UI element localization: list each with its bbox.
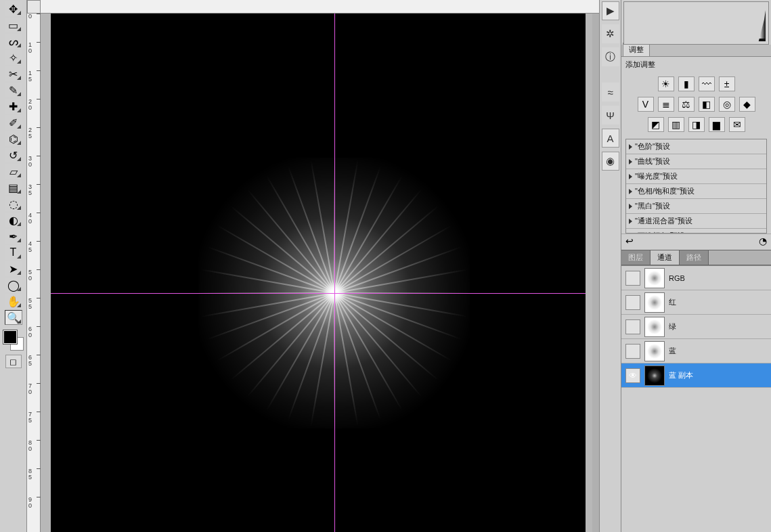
channel-row[interactable]: 红: [621, 290, 771, 315]
visibility-toggle[interactable]: [625, 344, 640, 359]
color-swatches[interactable]: [3, 330, 24, 351]
guide-horizontal[interactable]: [51, 293, 586, 294]
preset-item[interactable]: "色阶"预设: [626, 139, 766, 154]
lasso-tool[interactable]: ᔕ: [5, 34, 22, 49]
adjustments-title: 添加调整: [621, 57, 771, 72]
dodge-tool[interactable]: ◐: [5, 213, 22, 227]
tab-channels[interactable]: 通道: [651, 250, 680, 265]
ruler-mark: 35: [28, 184, 39, 196]
info-icon[interactable]: ⓘ: [602, 47, 619, 66]
ruler-mark: 45: [28, 241, 39, 253]
preset-item[interactable]: "黑白"预设: [626, 199, 766, 214]
ruler-mark: 75: [28, 412, 39, 424]
channel-name: 蓝 副本: [669, 370, 693, 380]
ruler-mark: 65: [28, 355, 39, 367]
swatches-icon[interactable]: ≈: [602, 83, 619, 102]
preset-item[interactable]: "曲线"预设: [626, 154, 766, 169]
magic-wand-tool[interactable]: ✧: [5, 50, 22, 65]
canvas[interactable]: [51, 14, 586, 532]
quick-mask-icon[interactable]: ◻: [5, 355, 22, 368]
gradient-tool[interactable]: ▤: [5, 180, 22, 195]
actions-icon[interactable]: ▶: [602, 1, 619, 20]
history-brush-tool[interactable]: ↺: [5, 148, 22, 162]
brush-tool[interactable]: ✐: [5, 115, 22, 130]
tab-adjustments[interactable]: 调整: [623, 43, 650, 56]
crop-tool[interactable]: ✂: [5, 66, 22, 81]
photo-filter-icon[interactable]: ◎: [719, 97, 735, 112]
ruler-mark: 40: [28, 213, 39, 225]
tab-layers[interactable]: 图层: [621, 250, 651, 265]
pen-tool[interactable]: ✒: [5, 229, 22, 244]
adjustments-icons: ☀▮〰±V≣⚖◧◎◆◩▥◨▆✉: [621, 72, 771, 136]
adjustments-footer: ↩ ◔: [621, 234, 771, 247]
expand-arrow-icon: [629, 234, 632, 234]
shape-tool[interactable]: ◯: [5, 278, 22, 292]
eyedropper-tool[interactable]: ✎: [5, 83, 22, 97]
curves-icon[interactable]: 〰: [699, 76, 715, 91]
visibility-toggle[interactable]: [625, 319, 640, 334]
preset-item[interactable]: "可选颜色"预设: [626, 229, 766, 234]
ruler-mark: 50: [28, 269, 39, 282]
expand-arrow-icon: [629, 144, 632, 150]
ruler-mark: 20: [28, 99, 39, 111]
clip-icon[interactable]: ◔: [759, 236, 767, 246]
eraser-tool[interactable]: ▱: [5, 164, 22, 179]
navigator-icon[interactable]: ✲: [602, 24, 619, 43]
healing-brush-tool[interactable]: ✚: [5, 99, 22, 114]
move-tool[interactable]: ✥: [5, 1, 22, 16]
marquee-tool[interactable]: ▭: [5, 18, 22, 32]
expand-arrow-icon: [629, 159, 632, 164]
zoom-tool[interactable]: 🔍: [5, 310, 22, 325]
channel-row[interactable]: 绿: [621, 315, 771, 339]
ruler-vertical[interactable]: 01015202530354045505560657075808590: [27, 14, 41, 532]
preset-label: "通道混合器"预设: [635, 216, 692, 226]
color-balance-icon[interactable]: ⚖: [678, 97, 695, 112]
foreground-color-swatch[interactable]: [3, 330, 17, 344]
posterize-icon[interactable]: ▥: [668, 117, 684, 132]
ruler-mark: 10: [28, 42, 39, 54]
preset-label: "曲线"预设: [635, 156, 670, 167]
clone-stamp-tool[interactable]: ⌬: [5, 131, 22, 146]
ruler-mark: 25: [28, 127, 39, 139]
ruler-corner: [27, 0, 41, 14]
levels-icon[interactable]: ▮: [678, 76, 695, 91]
hue-sat-icon[interactable]: ≣: [658, 97, 674, 112]
histogram-panel: [623, 1, 769, 45]
channel-name: 蓝: [669, 346, 676, 356]
blur-tool[interactable]: ◌: [5, 196, 22, 211]
preset-label: "曝光度"预设: [635, 171, 678, 181]
hand-tool[interactable]: ✋: [5, 294, 22, 309]
invert-icon[interactable]: ◩: [648, 117, 664, 132]
channels-list[interactable]: RGB红绿蓝👁蓝 副本: [621, 265, 771, 532]
preset-item[interactable]: "色相/饱和度"预设: [626, 184, 766, 199]
guide-vertical[interactable]: [334, 14, 335, 532]
threshold-icon[interactable]: ◨: [688, 117, 705, 132]
channel-row[interactable]: RGB: [621, 266, 771, 290]
path-selection-tool[interactable]: ➤: [5, 261, 22, 276]
preset-item[interactable]: "通道混合器"预设: [626, 214, 766, 229]
bw-icon[interactable]: ◧: [699, 97, 715, 112]
toolbox: ✥▭ᔕ✧✂✎✚✐⌬↺▱▤◌◐✒T➤◯✋🔍◻: [0, 0, 27, 532]
selective-color-icon[interactable]: ✉: [729, 117, 745, 132]
channel-row[interactable]: 蓝: [621, 339, 771, 363]
type-tool[interactable]: T: [5, 245, 22, 260]
visibility-toggle[interactable]: [625, 271, 640, 286]
tab-paths[interactable]: 路径: [680, 250, 709, 265]
channel-mixer-icon[interactable]: ◆: [739, 97, 755, 112]
adjustments-tab-row: 调整: [621, 45, 771, 57]
brightness-contrast-icon[interactable]: ☀: [658, 76, 674, 91]
visibility-toggle[interactable]: 👁: [625, 368, 640, 383]
visibility-toggle[interactable]: [625, 295, 640, 310]
character-icon[interactable]: A: [602, 129, 619, 148]
camera-icon[interactable]: ◉: [602, 152, 619, 171]
gradient-map-icon[interactable]: ▆: [709, 117, 725, 132]
ruler-horizontal[interactable]: [41, 0, 599, 14]
styles-icon[interactable]: Ψ: [602, 106, 619, 125]
channel-thumbnail: [644, 292, 665, 313]
exposure-icon[interactable]: ±: [719, 76, 735, 91]
adjustment-presets-list[interactable]: "色阶"预设"曲线"预设"曝光度"预设"色相/饱和度"预设"黑白"预设"通道混合…: [625, 139, 767, 234]
return-icon[interactable]: ↩: [625, 236, 634, 246]
vibrance-icon[interactable]: V: [638, 97, 654, 112]
preset-item[interactable]: "曝光度"预设: [626, 169, 766, 184]
channel-row[interactable]: 👁蓝 副本: [621, 363, 771, 388]
